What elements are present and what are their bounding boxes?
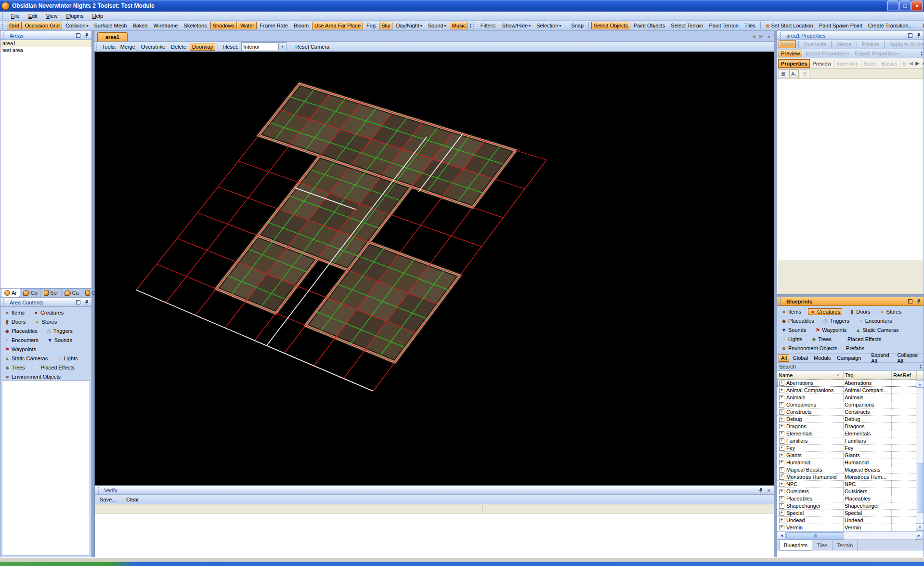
button-collision[interactable]: Collision▾ (63, 22, 91, 29)
verify-output[interactable] (95, 513, 774, 558)
expand-icon[interactable]: + (779, 525, 784, 530)
document-tab-area1[interactable]: area1 (97, 32, 128, 41)
button-paint-spawn-point[interactable]: Paint Spawn Point (817, 22, 865, 29)
property-grid[interactable] (778, 87, 923, 261)
blueprint-row-shapechanger[interactable]: +Shapechanger Shapechanger (777, 502, 924, 510)
expand-icon[interactable]: + (779, 388, 784, 393)
menu-view[interactable]: View (42, 13, 62, 19)
expand-icon[interactable]: + (779, 503, 784, 509)
scrollbar-thumb[interactable] (917, 463, 924, 513)
blueprint-row-npc[interactable]: +NPC NPC (777, 481, 924, 488)
blueprint-row-giants[interactable]: +Giants Giants (777, 452, 924, 459)
bottom-tab-terrain[interactable]: Terrain (833, 540, 858, 551)
tab-scroll-right-icon[interactable]: ▶ (759, 33, 763, 39)
expand-icon[interactable]: + (779, 417, 784, 422)
blueprint-category-lights[interactable]: ☼Lights (779, 336, 804, 342)
pin-icon[interactable] (83, 32, 90, 39)
button-create-transition[interactable]: Create Transition... (866, 22, 915, 29)
alphabetical-sort-icon[interactable]: A↓ (789, 69, 799, 78)
blueprint-category-placed-effects[interactable]: ☀Placed Effects (838, 336, 883, 342)
tab-scripts[interactable]: Scr (41, 289, 62, 297)
menu-help[interactable]: Help (88, 13, 107, 19)
area-contents-sounds[interactable]: ▼Sounds (45, 337, 74, 343)
properties-tab-inventory[interactable]: Inventory (834, 60, 861, 67)
expand-icon[interactable]: + (779, 496, 784, 501)
blueprint-row-undead[interactable]: +Undead Undead (777, 517, 924, 524)
tab-scroll-left-icon[interactable]: ◀ (752, 33, 755, 39)
button-export-properties[interactable]: Export Properties▾ (853, 50, 901, 57)
maximize-panel-icon[interactable] (75, 32, 81, 39)
blueprint-category-creatures[interactable]: ●Creatures (808, 308, 842, 315)
toolbar-overflow-icon[interactable]: ▾▾ (921, 51, 923, 56)
button-paint-objects[interactable]: Paint Objects (631, 22, 667, 29)
area-contents-doors[interactable]: ▮Doors (2, 318, 27, 325)
button-collapse-all[interactable]: Collapse All (895, 351, 922, 365)
button-occlusion-grid[interactable]: Occlusion Grid (23, 22, 62, 29)
blueprint-row-special[interactable]: +Special Special (777, 510, 924, 517)
maximize-button[interactable]: □ (899, 0, 911, 11)
expand-icon[interactable]: + (779, 381, 784, 386)
scroll-left-icon[interactable]: ◀ (778, 532, 786, 540)
expand-icon[interactable]: + (779, 460, 784, 465)
minimize-button[interactable]: _ (887, 0, 898, 11)
area-contents-trees[interactable]: ♣Trees (2, 364, 27, 371)
button-pristine[interactable]: Pristine (859, 40, 882, 48)
close-panel-icon[interactable]: × (766, 487, 772, 493)
button-water[interactable]: Water (238, 22, 257, 29)
properties-tab-basics[interactable]: Basics (879, 60, 900, 67)
blueprint-search[interactable]: Search (779, 364, 796, 369)
button-none[interactable]: None (779, 40, 796, 48)
button-bloom[interactable]: Bloom (291, 22, 311, 29)
pin-icon[interactable] (915, 32, 922, 39)
button-baked[interactable]: Baked (130, 22, 150, 29)
button-wireframe[interactable]: Wireframe (151, 22, 181, 29)
button-all[interactable]: All (779, 354, 789, 362)
blueprint-category-triggers[interactable]: ◎Triggers (821, 317, 851, 324)
blueprint-row-placeables[interactable]: +Placeables Placeables (777, 495, 924, 502)
button-sky[interactable]: Sky (379, 22, 392, 29)
expand-icon[interactable]: + (779, 453, 784, 458)
blueprint-row-debug[interactable]: +Debug Debug (777, 416, 924, 423)
property-pages-icon[interactable]: ▤ (800, 69, 809, 78)
blueprint-category-doors[interactable]: ▮Doors (847, 308, 872, 315)
blueprint-row-aberrations[interactable]: +Aberrations Aberrations (777, 380, 924, 387)
expand-icon[interactable]: + (779, 402, 784, 408)
scroll-down-icon[interactable]: ▼ (916, 523, 924, 531)
toolbar-overflow-icon[interactable]: ▾▾ (920, 364, 922, 369)
tab-close-icon[interactable]: × (768, 34, 770, 39)
reset-camera-button[interactable]: Reset Camera (293, 43, 332, 51)
area-contents-stores[interactable]: ●Stores (32, 318, 59, 325)
close-button[interactable]: × (911, 0, 923, 11)
button-day-night[interactable]: Day/Night▾ (393, 22, 424, 29)
tab-scroll-right-icon[interactable]: ▶ (915, 60, 919, 66)
column-header-name[interactable]: Name (777, 371, 844, 379)
blueprint-category-encounters[interactable]: ×Encounters (856, 317, 894, 324)
area-contents-creatures[interactable]: ●Creatures (31, 309, 65, 316)
area-contents-environment-objects[interactable]: ■Environment Objects (2, 373, 63, 380)
button-module[interactable]: Module (811, 354, 833, 362)
button-preview[interactable]: Preview (779, 50, 802, 57)
pin-icon[interactable] (915, 298, 922, 304)
expand-icon[interactable]: + (779, 467, 784, 473)
blueprint-category-environment-objects[interactable]: ■Environment Objects (779, 345, 839, 352)
button-delete[interactable]: Delete (169, 43, 189, 51)
button-apply-to-all-areas[interactable]: Apply to All Areas (887, 40, 924, 48)
area-contents-lights[interactable]: ☼Lights (54, 355, 79, 362)
expand-icon[interactable]: + (779, 395, 784, 400)
blueprint-row-fey[interactable]: +Fey Fey (777, 445, 924, 452)
button-campaign[interactable]: Campaign (834, 354, 863, 362)
blueprint-row-animal-companions[interactable]: +Animal Companions Animal Compani... (777, 387, 924, 394)
tileset-select[interactable]: Interior ▼ (241, 42, 286, 51)
blueprint-row-monstrous-humanoid[interactable]: +Monstrous Humanoid Monstrous Hum... (777, 474, 924, 481)
blueprint-row-familiars[interactable]: +Familiars Familiars (777, 437, 924, 445)
expand-icon[interactable]: + (779, 511, 784, 516)
button-merge[interactable]: Merge (834, 40, 854, 48)
expand-icon[interactable]: + (779, 518, 784, 523)
tab-scroll-left-icon[interactable]: ◀ (909, 60, 913, 66)
area-contents-waypoints[interactable]: ⚑Waypoints (2, 346, 38, 353)
button-overstrike[interactable]: Overstrike (139, 43, 168, 51)
blueprint-category-prefabs[interactable]: Prefabs (844, 345, 866, 352)
blueprint-category-placeables[interactable]: ◆Placeables (779, 317, 816, 324)
properties-tab-s[interactable]: S (900, 60, 909, 67)
properties-tab-properties[interactable]: Properties (778, 59, 810, 68)
